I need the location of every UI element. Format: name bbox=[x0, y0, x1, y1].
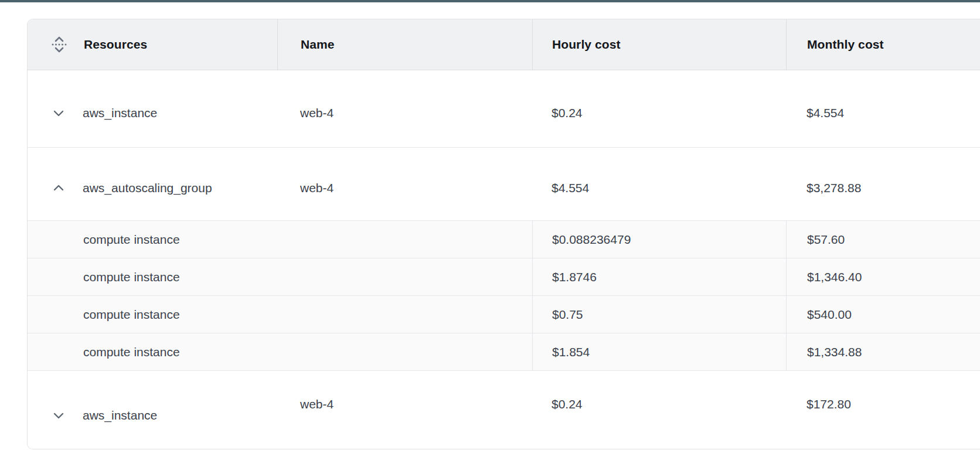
hourly-cost-cell: $1.8746 bbox=[532, 258, 786, 295]
hourly-cost-cell: $4.554 bbox=[532, 148, 786, 220]
column-header-label: Name bbox=[301, 38, 335, 52]
resource-type-label: aws_autoscaling_group bbox=[83, 181, 212, 195]
monthly-cost-cell: $57.60 bbox=[786, 221, 980, 258]
hourly-cost-value: $0.24 bbox=[552, 397, 583, 411]
name-cell: web-4 bbox=[277, 148, 532, 220]
move-vertical-icon[interactable] bbox=[50, 35, 68, 54]
monthly-cost-value: $172.80 bbox=[807, 397, 851, 411]
top-accent-bar bbox=[0, 0, 980, 2]
resource-row[interactable]: aws_instanceweb-4$0.24$172.80 bbox=[28, 370, 980, 449]
resource-cell: aws_autoscaling_group bbox=[28, 148, 277, 220]
hourly-cost-cell: $1.854 bbox=[532, 333, 786, 370]
hourly-cost-cell: $0.24 bbox=[532, 70, 786, 147]
column-header-label: Monthly cost bbox=[807, 38, 884, 52]
column-header-name: Name bbox=[277, 19, 532, 70]
monthly-cost-cell: $172.80 bbox=[786, 371, 980, 449]
resource-cell-content: aws_instance bbox=[51, 105, 157, 121]
cost-component-cell: compute instance bbox=[28, 296, 532, 333]
hourly-cost-value: $4.554 bbox=[552, 181, 589, 195]
name-cell: web-4 bbox=[277, 371, 532, 449]
table-body: aws_instanceweb-4$0.24$4.554aws_autoscal… bbox=[28, 70, 980, 449]
resource-cell: aws_instance bbox=[28, 70, 277, 147]
cost-component-label: compute instance bbox=[83, 308, 180, 322]
cost-component-row: compute instance$0.75$540.00 bbox=[28, 295, 980, 333]
table-header-row: Resources Name Hourly cost Monthly cost bbox=[28, 19, 980, 70]
monthly-cost-cell: $3,278.88 bbox=[786, 148, 980, 220]
monthly-cost-cell: $1,346.40 bbox=[786, 258, 980, 295]
cost-component-cell: compute instance bbox=[28, 258, 532, 295]
cost-breakdown-table: Resources Name Hourly cost Monthly cost … bbox=[27, 19, 980, 449]
cost-component-row: compute instance$1.8746$1,346.40 bbox=[28, 258, 980, 295]
chevron-down-icon[interactable] bbox=[51, 408, 66, 423]
resource-cell: aws_instance bbox=[28, 371, 277, 449]
hourly-cost-value: $1.8746 bbox=[552, 270, 597, 284]
cost-component-row: compute instance$0.088236479$57.60 bbox=[28, 220, 980, 258]
cost-component-label: compute instance bbox=[83, 270, 180, 284]
column-header-monthly-cost: Monthly cost bbox=[786, 19, 980, 70]
cost-component-cell: compute instance bbox=[28, 333, 532, 370]
resource-type-label: aws_instance bbox=[83, 408, 157, 422]
hourly-cost-cell: $0.24 bbox=[532, 371, 786, 449]
hourly-cost-value: $0.088236479 bbox=[552, 233, 631, 247]
resource-name-value: web-4 bbox=[300, 181, 334, 195]
resource-name-value: web-4 bbox=[300, 106, 334, 120]
cost-component-label: compute instance bbox=[83, 345, 180, 359]
monthly-cost-value: $540.00 bbox=[807, 308, 852, 322]
hourly-cost-value: $0.24 bbox=[552, 106, 583, 120]
resource-row[interactable]: aws_autoscaling_groupweb-4$4.554$3,278.8… bbox=[28, 147, 980, 220]
chevron-down-icon[interactable] bbox=[51, 105, 66, 121]
resource-cell-content: compute instance bbox=[83, 308, 180, 322]
column-header-resources: Resources bbox=[28, 19, 277, 70]
name-cell: web-4 bbox=[277, 70, 532, 147]
monthly-cost-value: $3,278.88 bbox=[807, 181, 861, 195]
monthly-cost-value: $1,346.40 bbox=[807, 270, 862, 284]
chevron-up-icon[interactable] bbox=[51, 180, 66, 196]
column-header-label: Resources bbox=[84, 38, 147, 52]
resource-cell-content: compute instance bbox=[83, 345, 180, 359]
hourly-cost-value: $0.75 bbox=[552, 308, 583, 322]
monthly-cost-cell: $4.554 bbox=[786, 70, 980, 147]
resource-cell-content: aws_instance bbox=[51, 408, 157, 423]
monthly-cost-value: $1,334.88 bbox=[807, 345, 862, 359]
resource-cell-content: compute instance bbox=[83, 270, 180, 284]
column-header-hourly-cost: Hourly cost bbox=[532, 19, 786, 70]
resource-type-label: aws_instance bbox=[83, 106, 157, 120]
resource-row[interactable]: aws_instanceweb-4$0.24$4.554 bbox=[28, 70, 980, 147]
monthly-cost-value: $4.554 bbox=[807, 106, 844, 120]
hourly-cost-cell: $0.75 bbox=[532, 296, 786, 333]
resource-cell-content: aws_autoscaling_group bbox=[51, 180, 212, 196]
hourly-cost-cell: $0.088236479 bbox=[532, 221, 786, 258]
monthly-cost-value: $57.60 bbox=[807, 233, 845, 247]
resource-name-value: web-4 bbox=[300, 397, 334, 411]
cost-component-row: compute instance$1.854$1,334.88 bbox=[28, 333, 980, 370]
resource-cell-content: compute instance bbox=[83, 233, 180, 247]
cost-component-label: compute instance bbox=[83, 233, 180, 247]
cost-component-cell: compute instance bbox=[28, 221, 532, 258]
monthly-cost-cell: $1,334.88 bbox=[786, 333, 980, 370]
monthly-cost-cell: $540.00 bbox=[786, 296, 980, 333]
column-header-label: Hourly cost bbox=[552, 38, 621, 52]
hourly-cost-value: $1.854 bbox=[552, 345, 590, 359]
